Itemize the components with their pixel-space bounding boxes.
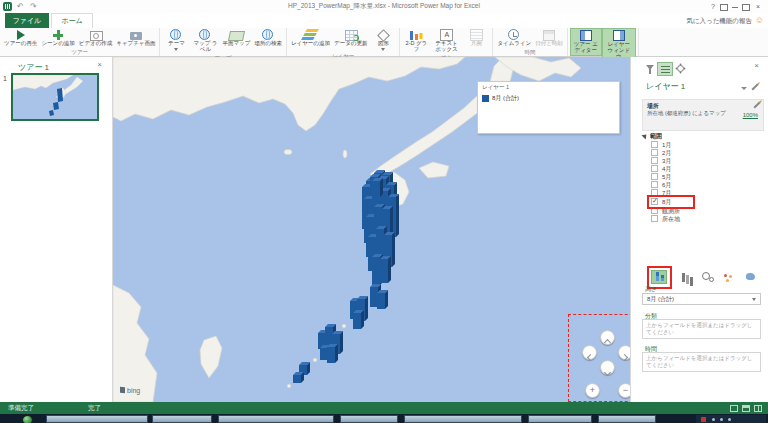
field-row[interactable]: 所在地 xyxy=(651,215,751,223)
window-title: HP_2013_PowerMap_降水量.xlsx - Microsoft Po… xyxy=(0,0,768,12)
checkbox-checked[interactable] xyxy=(651,198,658,205)
checkbox[interactable] xyxy=(651,189,658,196)
checkbox[interactable] xyxy=(651,157,658,164)
chevron-down-icon[interactable] xyxy=(741,87,747,90)
ribbon-group-layer: レイヤーの追加 データの更新 図形 レイヤー xyxy=(287,28,400,56)
view-page-layout-button[interactable] xyxy=(742,405,750,412)
location-summary-box: 場所 所在地 (都道府県) によるマップ 100% xyxy=(642,99,764,131)
add-scene-button[interactable]: シーンの追加 xyxy=(39,28,76,48)
checkbox[interactable] xyxy=(651,149,658,156)
bing-flag-icon xyxy=(120,387,125,394)
viz-stacked-column-button[interactable] xyxy=(651,270,667,284)
zoom-out-button[interactable]: − xyxy=(618,383,630,398)
taskbar-button[interactable] xyxy=(598,415,656,423)
map-legend[interactable]: レイヤー 1 8月 (合計) xyxy=(477,81,620,134)
layer-manager-tool[interactable] xyxy=(657,62,673,76)
map-labels-button[interactable]: マップ ラベル xyxy=(190,28,220,54)
taskbar-button[interactable] xyxy=(46,415,148,423)
category-drop-zone[interactable]: 上からフィールドを選択またはドラッグしてください xyxy=(642,319,761,339)
text-box-button[interactable]: テキスト ボックス xyxy=(430,28,462,54)
tab-home[interactable]: ホーム xyxy=(51,13,93,28)
field-row[interactable]: 5月 xyxy=(651,173,751,181)
smiley-icon[interactable]: ☺ xyxy=(755,15,764,26)
capture-screen-button[interactable]: キャプチャ画面 xyxy=(114,28,157,48)
field-row[interactable]: 6月 xyxy=(651,181,751,189)
tray-app-icon[interactable] xyxy=(701,417,706,422)
flat-map-button[interactable]: 平面マップ xyxy=(220,28,252,48)
refresh-data-icon xyxy=(343,29,359,41)
taskbar-button[interactable] xyxy=(404,415,522,423)
refresh-data-button[interactable]: データの更新 xyxy=(332,28,369,48)
field-label: 1月 xyxy=(662,141,671,149)
viz-clustered-column-button[interactable] xyxy=(679,270,695,284)
settings-tool[interactable] xyxy=(673,62,689,76)
tour-panel-close-icon[interactable]: × xyxy=(97,60,102,69)
tour-editor-toggle[interactable]: ツアー エディター xyxy=(570,28,602,56)
viz-bubble-button[interactable] xyxy=(700,270,716,284)
scene-thumbnail[interactable] xyxy=(11,73,99,121)
find-location-button[interactable]: 場所の検索 xyxy=(252,28,284,48)
height-field-value: 8月 (合計) xyxy=(647,294,674,305)
add-layer-button[interactable]: レイヤーの追加 xyxy=(289,28,332,48)
camera-icon xyxy=(128,29,144,41)
button-label: ビデオの作成 xyxy=(79,41,113,47)
tab-file[interactable]: ファイル xyxy=(5,13,49,28)
pan-left-button[interactable] xyxy=(582,345,597,360)
checkbox[interactable] xyxy=(651,165,658,172)
collapse-triangle-icon[interactable] xyxy=(641,132,648,139)
checkbox[interactable] xyxy=(651,141,658,148)
field-row[interactable]: 観測所 xyxy=(651,207,751,215)
view-normal-button[interactable] xyxy=(730,405,738,412)
field-row[interactable]: 2月 xyxy=(651,149,751,157)
shapes-button[interactable]: 図形 xyxy=(369,28,397,52)
tray-icon[interactable] xyxy=(720,418,723,421)
feedback-link[interactable]: 気に入った機能の報告 xyxy=(686,13,752,28)
group-label-tour: ツアー xyxy=(2,48,157,57)
button-label: データの更新 xyxy=(334,41,367,47)
pan-right-button[interactable] xyxy=(618,345,630,360)
play-tour-button[interactable]: ツアーの再生 xyxy=(2,28,39,48)
view-page-break-button[interactable] xyxy=(754,405,762,412)
checkbox[interactable] xyxy=(651,181,658,188)
taskbar-button[interactable] xyxy=(528,415,592,423)
viz-region-button[interactable] xyxy=(743,270,759,284)
tray-icon[interactable] xyxy=(728,418,731,421)
time-drop-zone[interactable]: 上からフィールドを選択またはドラッグしてください xyxy=(642,352,761,372)
minimize-button[interactable] xyxy=(730,1,740,12)
taskbar-button[interactable] xyxy=(152,415,212,423)
taskbar-button[interactable] xyxy=(218,415,334,423)
rename-layer-pencil-icon[interactable] xyxy=(751,83,758,90)
checkbox[interactable] xyxy=(651,207,658,214)
layer-pane-close-icon[interactable]: × xyxy=(754,61,759,70)
taskbar-button[interactable] xyxy=(340,415,398,423)
field-row[interactable]: 4月 xyxy=(651,165,751,173)
pan-up-button[interactable] xyxy=(600,330,615,345)
theme-button[interactable]: テーマ xyxy=(162,28,190,52)
close-button[interactable]: × xyxy=(753,1,763,12)
layer-pane: × レイヤー 1 場所 所在地 (都道府県) によるマップ 100% 範囲 1月… xyxy=(630,57,768,402)
start-button[interactable] xyxy=(22,415,33,423)
pan-down-button[interactable] xyxy=(600,360,615,375)
checkbox[interactable] xyxy=(651,173,658,180)
edit-location-pencil-icon[interactable] xyxy=(753,101,760,108)
checkbox[interactable] xyxy=(651,215,658,222)
field-row[interactable]: 7月 xyxy=(651,189,751,197)
viz-heat-map-button[interactable] xyxy=(721,270,737,284)
ribbon: ツアーの再生 シーンの追加 ビデオの作成 キャプチャ画面 ツアー xyxy=(0,28,768,57)
field-row[interactable]: 3月 xyxy=(651,157,751,165)
map-canvas[interactable]: レイヤー 1 8月 (合計) + − bing xyxy=(113,57,630,402)
create-video-button[interactable]: ビデオの作成 xyxy=(77,28,115,48)
field-label: 6月 xyxy=(662,181,671,189)
timeline-button[interactable]: タイムライン xyxy=(495,28,533,48)
group-label-time: 時間 xyxy=(495,48,564,57)
legend-series-label: 8月 (合計) xyxy=(492,94,519,103)
tray-icon[interactable] xyxy=(712,418,715,421)
help-button[interactable]: ? xyxy=(708,1,718,12)
field-row-checked[interactable]: 8月 xyxy=(651,198,751,206)
zoom-in-button[interactable]: + xyxy=(585,383,600,398)
height-field-dropdown[interactable]: 8月 (合計) xyxy=(642,293,761,305)
2d-chart-button[interactable]: 2-D グラフ xyxy=(402,28,430,54)
field-row[interactable]: 1月 xyxy=(651,141,751,149)
location-percent-link[interactable]: 100% xyxy=(743,112,758,118)
shape-icon xyxy=(375,29,391,41)
